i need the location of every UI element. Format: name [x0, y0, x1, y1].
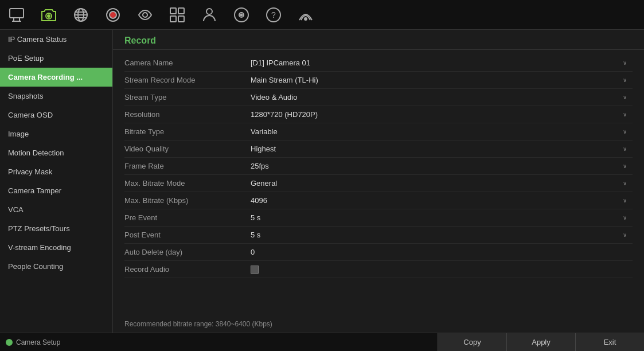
page-title: Record	[124, 36, 633, 46]
field-row-video-quality: Video QualityHighest∨	[124, 141, 633, 158]
field-label: Post Event	[124, 231, 251, 239]
field-value-text: Highest	[251, 145, 276, 153]
field-value[interactable]: Variable∨	[251, 127, 633, 136]
apply-button[interactable]: Apply	[506, 333, 575, 352]
help-icon[interactable]: ?	[263, 4, 284, 26]
sidebar-item-image[interactable]: Image	[0, 124, 112, 143]
field-value[interactable]: Video & Audio∨	[251, 93, 633, 102]
svg-point-13	[143, 13, 147, 17]
field-label: Max. Bitrate Mode	[124, 179, 251, 188]
field-label: Frame Rate	[124, 162, 251, 170]
field-label: Stream Record Mode	[124, 76, 251, 84]
field-value[interactable]: 25fps∨	[251, 162, 633, 170]
sidebar-item-people-counting[interactable]: People Counting	[0, 257, 112, 276]
playback-icon[interactable]	[134, 4, 156, 26]
field-label: Max. Bitrate (Kbps)	[124, 196, 251, 205]
status-dot	[6, 339, 13, 346]
settings-icon[interactable]	[70, 4, 92, 26]
field-row-auto-delete-day: Auto Delete (day)0	[124, 244, 633, 261]
sidebar-item-camera-osd[interactable]: Camera OSD	[0, 106, 112, 124]
field-value[interactable]: Highest∨	[251, 145, 633, 153]
chevron-down-icon[interactable]: ∨	[623, 60, 627, 66]
bottom-bar: Camera Setup CopyApplyExit	[0, 333, 644, 351]
svg-rect-0	[10, 9, 24, 18]
chevron-down-icon[interactable]: ∨	[623, 94, 627, 100]
field-row-pre-event: Pre Event5 s∨	[124, 209, 633, 227]
field-label: Resolution	[124, 110, 251, 119]
field-label: Auto Delete (day)	[124, 248, 251, 256]
svg-rect-17	[178, 16, 184, 22]
field-value[interactable]: 5 s∨	[251, 213, 633, 222]
field-row-stream-type: Stream TypeVideo & Audio∨	[124, 89, 633, 106]
camera-icon[interactable]	[38, 4, 60, 26]
field-value[interactable]: 1280*720 (HD720P)∨	[251, 110, 633, 119]
svg-point-21	[241, 14, 243, 15]
field-row-max-bitrate-kbps: Max. Bitrate (Kbps)4096∨	[124, 192, 633, 209]
field-label: Stream Type	[124, 93, 251, 102]
field-value[interactable]: 4096∨	[251, 196, 633, 205]
status-label: Camera Setup	[16, 338, 60, 346]
bottom-status: Camera Setup	[0, 338, 438, 346]
display-icon[interactable]	[6, 4, 28, 26]
chevron-down-icon[interactable]: ∨	[623, 111, 627, 118]
sidebar-item-camera-recording-[interactable]: Camera Recording ...	[0, 68, 112, 87]
chevron-down-icon[interactable]: ∨	[623, 77, 627, 83]
content-panel: Record Camera Name[D1] IPCamera 01∨Strea…	[113, 30, 644, 333]
field-value[interactable]: 5 s∨	[251, 231, 633, 239]
field-value-text: 5 s	[251, 231, 260, 239]
toolbar: ?	[0, 0, 644, 30]
sidebar: IP Camera StatusPoE SetupCamera Recordin…	[0, 30, 113, 333]
sidebar-item-ptz-presetstours[interactable]: PTZ Presets/Tours	[0, 219, 112, 238]
copy-button[interactable]: Copy	[438, 333, 506, 352]
field-label: Bitrate Type	[124, 127, 251, 136]
sidebar-item-snapshots[interactable]: Snapshots	[0, 87, 112, 106]
field-label: Video Quality	[124, 145, 251, 153]
sidebar-item-v-stream-encoding[interactable]: V-stream Encoding	[0, 238, 112, 257]
chevron-down-icon[interactable]: ∨	[623, 146, 627, 152]
sidebar-item-camera-tamper[interactable]: Camera Tamper	[0, 181, 112, 200]
field-row-record-audio: Record Audio	[124, 261, 633, 278]
svg-rect-15	[178, 8, 184, 14]
field-row-stream-record-mode: Stream Record ModeMain Stream (TL-Hi)∨	[124, 72, 633, 89]
svg-text:?: ?	[271, 10, 276, 20]
field-value-text: 25fps	[251, 162, 269, 170]
person-icon[interactable]	[198, 4, 220, 26]
field-value: 0	[251, 248, 633, 256]
field-value-text: Video & Audio	[251, 93, 297, 102]
sidebar-item-vca[interactable]: VCA	[0, 200, 112, 219]
svg-point-18	[206, 9, 212, 14]
field-value-text: 0	[251, 248, 255, 256]
disk-icon[interactable]	[231, 4, 252, 26]
chevron-down-icon[interactable]: ∨	[623, 232, 627, 238]
svg-point-5	[48, 15, 50, 17]
field-value[interactable]: [D1] IPCamera 01∨	[251, 58, 633, 67]
sidebar-item-privacy-mask[interactable]: Privacy Mask	[0, 162, 112, 181]
record-audio-checkbox[interactable]	[251, 266, 259, 274]
content-header: Record	[113, 30, 644, 50]
chevron-down-icon[interactable]: ∨	[623, 163, 627, 169]
field-value-text: Variable	[251, 127, 278, 136]
field-value-text: 1280*720 (HD720P)	[251, 110, 318, 119]
chevron-down-icon[interactable]: ∨	[623, 214, 627, 221]
sidebar-item-ip-camera-status[interactable]: IP Camera Status	[0, 30, 112, 49]
field-row-frame-rate: Frame Rate25fps∨	[124, 158, 633, 175]
exit-button[interactable]: Exit	[575, 333, 644, 352]
chevron-down-icon[interactable]: ∨	[623, 197, 627, 204]
field-row-bitrate-type: Bitrate TypeVariable∨	[124, 123, 633, 141]
sidebar-item-motion-detection[interactable]: Motion Detection	[0, 143, 112, 162]
sidebar-item-poe-setup[interactable]: PoE Setup	[0, 49, 112, 68]
content-body: Camera Name[D1] IPCamera 01∨Stream Recor…	[113, 50, 644, 313]
signal-icon[interactable]	[295, 4, 317, 26]
field-value-text: 4096	[251, 196, 267, 205]
chevron-down-icon[interactable]: ∨	[623, 180, 627, 186]
bottom-buttons: CopyApplyExit	[438, 333, 644, 352]
field-value[interactable]: General∨	[251, 179, 633, 188]
chevron-down-icon[interactable]: ∨	[623, 128, 627, 135]
field-label: Record Audio	[124, 265, 251, 274]
field-row-camera-name: Camera Name[D1] IPCamera 01∨	[124, 54, 633, 72]
field-row-resolution: Resolution1280*720 (HD720P)∨	[124, 106, 633, 123]
svg-point-12	[110, 11, 116, 18]
record-icon[interactable]	[102, 4, 124, 26]
network-icon[interactable]	[166, 4, 188, 26]
field-value[interactable]: Main Stream (TL-Hi)∨	[251, 76, 633, 84]
